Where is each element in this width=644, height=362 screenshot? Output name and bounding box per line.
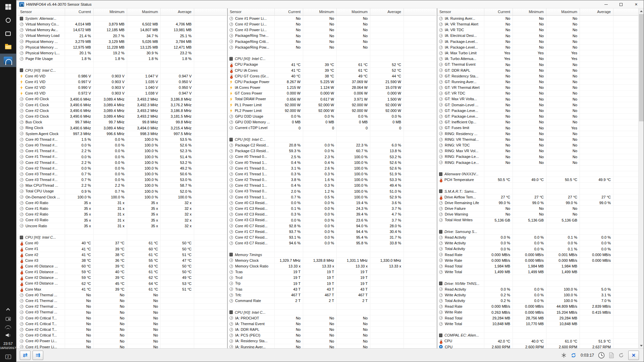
sensor-row[interactable]: GPU D3D Memory ...0 MB0 MB0 MB0 MB [228,119,436,125]
sensor-row[interactable]: Core #3 Ratio35 x31 x35 x32 x [18,218,226,223]
sensor-row[interactable]: Core #1 Clock3,490.6 MHz3,089.4 MHz3,492… [18,102,226,108]
sensor-row[interactable]: PL2 Power Limit92.000 W92.000 W92.000 W9… [228,108,436,114]
sensor-row[interactable]: RING: VR Thermal...NoNoNo [437,137,639,142]
sensor-row[interactable]: Core #3 Clock3,490.6 MHz3,089.4 MHz3,493… [18,114,226,119]
sensor-row[interactable]: CPU Package41 °C39 °C61 °C52 °C [228,62,436,68]
sensor-row[interactable]: Command Rate2 T2 T2 T [228,298,436,304]
sensor-row[interactable]: Core #338 °C36 °C55 °C47 °C [18,258,226,263]
sensor-row[interactable]: GT: DDR RAPLNoNoNo [437,68,639,73]
sensor-row[interactable]: Core #3 Distance ...62 °C45 °C64 °C53 °C [18,281,226,287]
sensor-row[interactable]: Core #3 Thread 1...0.7 %0.5 %100.0 %52.9… [228,194,436,200]
sensor-row[interactable]: Tras43 T43 T43 T [228,287,436,292]
sensor-row[interactable]: Core #0 C3 Resid...0.0 %0.0 %19.4 %3.6 % [228,200,436,206]
sensor-row[interactable]: IA: Turbo Attenua...YesNoYes [437,56,639,62]
sensor-row[interactable]: Current cTDP Level0000 [228,125,436,131]
restore-button[interactable] [613,0,629,8]
sensor-row[interactable]: Core #1 Thermal ...NoNoNo [18,298,226,304]
sensor-row[interactable]: Read Total29,284 MB28,756 MB29,284 MB [437,315,639,321]
sensor-row[interactable]: GT: Fuses limitNoNoYes [437,125,639,131]
column-header-maximum[interactable]: Maximum [546,8,580,15]
taskbar-clock[interactable]: 23:57 16/02/2017 [0,340,16,351]
sensor-row[interactable]: CPU42.0 °C40.0 °C61.0 °C51.9 °C [437,339,639,344]
column-header-minimum[interactable]: Minimum [303,8,337,15]
sensor-row[interactable]: Core #040 °C37 °C61 °C50 °C [18,240,226,246]
column-header-sensor[interactable]: Sensor [228,8,275,15]
sensor-row[interactable]: IA: VR Thermal AlertNoNoNo [437,21,639,27]
section-row[interactable]: S.M.A.R.T.: Sams... [437,189,639,194]
sensor-row[interactable]: Trfc467 T467 T467 T [228,292,436,298]
sensor-row[interactable]: GT: Max VR Volta...NoNoNo [437,97,639,102]
sensor-row[interactable]: Core #2 Thread 1...0.4 %0.3 %100.0 %49.4… [228,183,436,188]
sensor-row[interactable]: RING: Max VR Vol...NoNoNo [437,148,639,154]
refresh-sensors-button[interactable] [571,352,577,358]
column-header-maximum[interactable]: Maximum [127,8,161,15]
column-header-current[interactable]: Current [484,8,513,15]
sensor-row[interactable]: Package/Ring The...NoNoNo [228,33,436,39]
freeze-button[interactable] [561,353,567,358]
sensor-row[interactable]: Write Rate0.263 MB/s0.000 MB/s15.204 MB/… [437,310,639,315]
sensor-row[interactable]: Drive Airflow Tem...27 °C27 °C27 °C27 °C [437,194,639,200]
column-header-minimum[interactable]: Minimum [513,8,546,15]
sensor-row[interactable]: Core #1 Power Li...NoNoNo [228,16,436,21]
action-center-button[interactable]: 2 [0,353,16,361]
sensor-row[interactable]: Physical Memory L...20.1 %19.2 %30.9 %23… [18,50,226,56]
sensor-row[interactable]: Tcas19 T19 T19 T [228,269,436,275]
sensor-row[interactable]: Write Activity0.0 %0.0 %0.0 %0.0 % [437,240,639,246]
file-explorer-button[interactable] [0,40,16,54]
sensor-row[interactable]: RING: Package-Le...NoNoNo [437,154,639,160]
sensor-row[interactable]: IA: Max Turbo LimitYesYesYes [437,50,639,56]
sensor-row[interactable]: GT: VR Thermal AlertNoNoNo [437,85,639,90]
sensor-row[interactable]: Drive WarningNoNoNo [437,212,639,217]
sensor-row[interactable]: Core #2 Thread #...0.0 %0.0 %100.0 %49.2… [18,166,226,171]
sensor-row[interactable]: Core #3 Critical T...NoNoNo [18,333,226,338]
column-header-average[interactable]: Average [370,8,404,15]
sensor-row[interactable]: Read Activity0.0 %0.0 %0.1 %0.0 % [437,235,639,240]
cortana-button[interactable] [0,13,16,27]
sensor-row[interactable]: Package C2 Resid...20.8 %0.0 %22.3 %6.0 … [228,142,436,148]
sensor-row[interactable]: Core #0 Ratio35 x31 x35 x32 x [18,200,226,206]
sensor-row[interactable]: Core #0 Thread 1...0.4 %0.4 %100.0 %52.6… [228,160,436,166]
start-button[interactable] [0,0,16,13]
section-row[interactable]: CPU [#0]: Intel C... [228,137,436,142]
sensor-row[interactable]: RING: Package-Le...NoNoNo [437,160,639,166]
sensor-row[interactable]: RING: Residency ...NoNoNo [437,131,639,137]
sensor-row[interactable]: Core #1 Ratio35 x31 x35 x32 x [18,206,226,212]
sensor-row[interactable]: Core #3 Thermal ...NoNoNo [18,310,226,315]
sensor-row[interactable]: CPU GT Cores (Gr...40 °C38 °C49 °C44 °C [228,73,436,79]
sensor-row[interactable]: Core #1 Critical T...NoNoNo [18,321,226,327]
sensor-row[interactable]: Write Total10,848 MB10,770 MB10,848 MB [437,321,639,327]
sensor-row[interactable]: CPU2,600 RPM2,600 RPM2,600 RPM2,637 RPM [437,344,639,348]
sensor-row[interactable]: Core #1 VID0.997 V0.903 V1.035 V0.950 V [18,79,226,85]
sensor-row[interactable]: IA: VR TDCNoNoNo [437,27,639,33]
sensor-row[interactable]: Core #2 Thread 0...3.8 %1.6 %100.0 %53.3… [228,177,436,183]
sensor-row[interactable]: CPU IA Cores41 °C39 °C61 °C52 °C [228,68,436,73]
sensor-row[interactable]: Write Total1,499 MB1,499 MB1,499 MB [437,269,639,275]
column-header-maximum[interactable]: Maximum [337,8,370,15]
sensor-row[interactable]: Total Host Writes5,136 GB5,136 GB5,136 G… [437,218,639,223]
sensor-row[interactable]: Core #141 °C39 °C60 °C50 °C [18,246,226,252]
sensor-row[interactable]: Core Max41 °C39 °C61 °C51 °C [18,287,226,292]
sensor-row[interactable]: IA Cores Power1.215 W1.124 W28.064 W15.0… [228,85,436,90]
minimize-button[interactable] [598,0,613,8]
sensor-row[interactable]: Read Rate0.000 MB/s0.000 MB/s44.809 MB/s… [437,304,639,309]
scroll-up-button[interactable] [639,8,644,14]
sensor-row[interactable]: Read Activity0.0 %0.0 %100.0 %5.0 % [437,287,639,292]
sensor-row[interactable]: GT Cores Power0.000 W0.000 W0.006 W0.000… [228,90,436,96]
sensor-row[interactable]: Core #2 Thread #...2.2 %0.0 %100.0 %53.2… [18,160,226,166]
sensor-row[interactable]: Virtual Memory Load21.4 %20.7 %34.7 %25.… [18,33,226,39]
sensor-row[interactable]: Core #0 Thread #...1.5 %0.0 %100.0 %53.5… [18,137,226,142]
sensor-row[interactable]: Core #2 Clock3,490.6 MHz3,089.4 MHz3,493… [18,108,226,114]
sensor-row[interactable]: Core #0 Distance ...60 °C39 °C63 °C50 °C [18,263,226,269]
sensor-row[interactable]: PL1 Power Limit92.000 W92.000 W92.000 W9… [228,102,436,108]
sensor-row[interactable]: Core #2 VID0.990 V0.903 V1.040 V0.950 V [18,85,226,90]
sensor-row[interactable]: GT: Thermal EventNoNoNo [437,62,639,68]
sensor-row[interactable]: Total Activity0.2 %0.0 %100.0 %7.0 % [437,298,639,304]
vertical-scrollbar[interactable] [638,8,644,348]
sensor-row[interactable]: Core #2 C3 Resid...0.3 %0.0 %39.4 %4.7 % [228,212,436,217]
sensor-row[interactable]: Core #2 Ratio35 x31 x35 x32 x [18,212,226,217]
sensor-row[interactable]: IA: Electrical Desi...NoNoNo [437,33,639,39]
sensor-row[interactable]: Core #1 Thread #...0.0 %0.0 %100.0 %51.4… [18,154,226,160]
sensor-row[interactable]: IA: Package-Level...NoNoNo [437,39,639,45]
network-button[interactable] [0,324,16,330]
sensor-row[interactable]: Memory Clock Ratio13.33 x13.33 x13.33 x1… [228,263,436,269]
